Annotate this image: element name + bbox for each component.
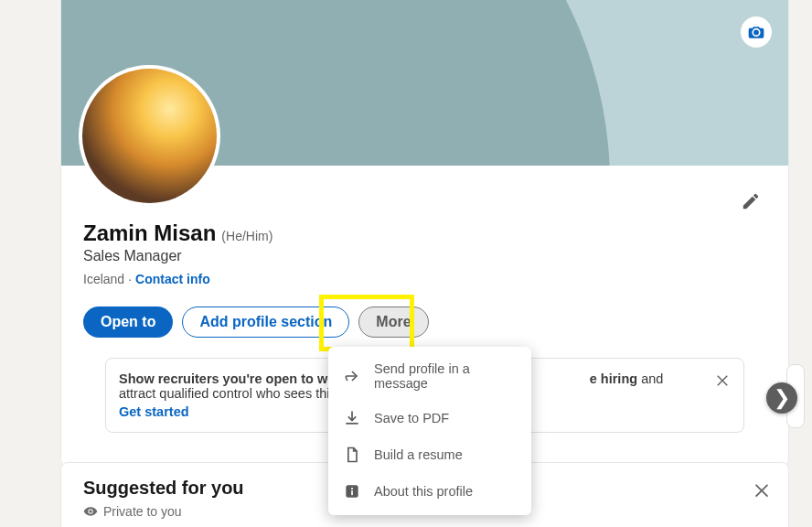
svg-rect-2 [351,490,353,495]
menu-label: Save to PDF [374,411,449,425]
menu-about-profile[interactable]: About this profile [328,473,531,510]
avatar-image [82,69,217,203]
profile-action-buttons: Open to Add profile section More [83,307,766,338]
carousel-next-button[interactable]: ❯ [766,382,797,414]
eye-icon [83,504,98,519]
contact-info-link[interactable]: Contact info [135,272,210,286]
edit-profile-button[interactable] [735,186,766,217]
menu-build-resume[interactable]: Build a resume [328,436,531,473]
promo-hiring: e hiring [590,371,637,386]
location: Iceland [83,272,124,286]
pronouns: (He/Him) [221,229,272,243]
camera-icon [747,23,765,41]
pencil-icon [741,191,761,211]
menu-send-profile[interactable]: Send profile in a message [328,352,531,400]
svg-point-1 [351,488,353,489]
more-button[interactable]: More [358,307,428,338]
close-icon [714,371,731,388]
open-to-button[interactable]: Open to [83,307,173,338]
info-icon [343,482,361,500]
add-profile-section-button[interactable]: Add profile section [182,307,349,338]
document-icon [343,446,361,464]
edit-cover-photo-button[interactable] [741,16,772,48]
avatar-button[interactable] [79,65,220,207]
more-dropdown-menu: Send profile in a message Save to PDF Bu… [328,347,531,515]
chevron-right-icon: ❯ [774,386,790,410]
suggested-close-button[interactable] [752,479,772,503]
menu-label: Send profile in a message [374,361,517,391]
name-row: Zamin Misan (He/Him) [83,220,766,246]
send-arrow-icon [343,367,361,385]
download-icon [343,409,361,427]
location-row: Iceland·Contact info [83,272,766,286]
headline: Sales Manager [83,248,766,264]
menu-label: About this profile [374,484,473,499]
promo-close-button[interactable] [710,368,734,394]
close-icon [752,479,772,500]
profile-name: Zamin Misan [83,220,216,246]
menu-label: Build a resume [374,447,463,462]
menu-save-pdf[interactable]: Save to PDF [328,400,531,436]
suggested-private-label: Private to you [103,504,182,519]
promo-strong: Show recruiters you're open to work [119,371,348,386]
